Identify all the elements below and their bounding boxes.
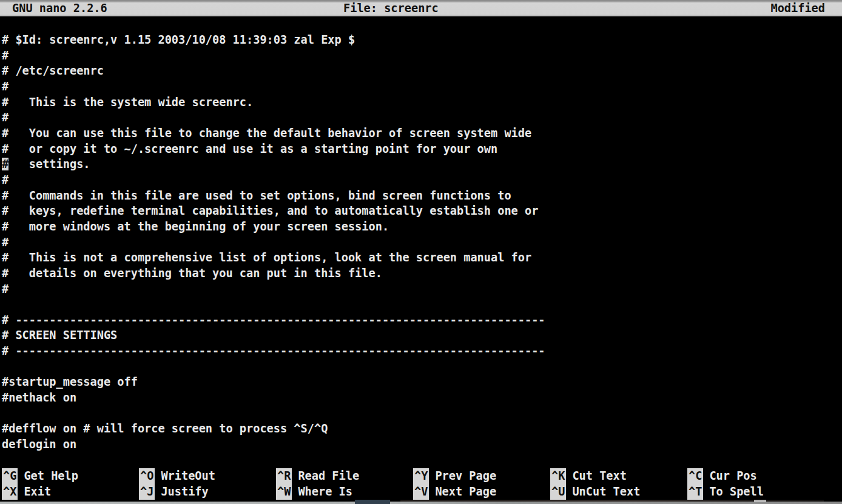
editor-line[interactable]: # keys, redefine terminal capabilities, … (0, 203, 842, 219)
editor-line[interactable]: # (0, 281, 842, 297)
shortcut-key-badge: ^U (550, 484, 566, 500)
editor-line[interactable] (0, 297, 842, 312)
editor-line[interactable]: # /etc/screenrc (0, 63, 842, 79)
editor-line[interactable]: # This is the system wide screenrc. (0, 95, 842, 110)
shortcut-key-badge: ^W (276, 484, 292, 500)
shortcut-label: To Spell (709, 485, 764, 498)
shortcut-get-help[interactable]: ^GGet Help (2, 468, 139, 484)
background-blue-element (355, 500, 390, 504)
editor-line[interactable]: # This is not a comprehensive list of op… (0, 250, 842, 266)
editor-line[interactable] (0, 406, 842, 422)
shortcut-label: Where Is (298, 485, 352, 498)
shortcut-key-badge: ^G (2, 468, 18, 484)
editor-line[interactable]: deflogin on (0, 437, 842, 452)
editor-line[interactable]: #startup_message off (0, 374, 842, 390)
editor-line[interactable]: # $Id: screenrc,v 1.15 2003/10/08 11:39:… (0, 32, 842, 48)
editor-line[interactable]: # You can use this file to change the de… (0, 126, 842, 141)
terminal-window: GNU nano 2.2.6 File: screenrc Modified #… (0, 0, 842, 504)
text-cursor: # (2, 158, 8, 170)
editor-line[interactable]: # (0, 235, 842, 250)
editor-area[interactable]: # $Id: screenrc,v 1.15 2003/10/08 11:39:… (0, 16, 842, 468)
shortcut-row: ^GGet Help^OWriteOut^RRead File^YPrev Pa… (0, 468, 842, 484)
shortcut-prev-page[interactable]: ^YPrev Page (413, 468, 550, 484)
editor-line[interactable]: # (0, 172, 842, 188)
shortcut-row: ^XExit^JJustify^WWhere Is^VNext Page^UUn… (0, 484, 842, 500)
shortcut-label: Cur Pos (709, 469, 756, 482)
shortcut-cur-pos[interactable]: ^CCur Pos (687, 468, 824, 484)
background-light-element (754, 500, 766, 502)
editor-line[interactable]: #nethack on (0, 390, 842, 406)
shortcut-read-file[interactable]: ^RRead File (276, 468, 413, 484)
shortcut-next-page[interactable]: ^VNext Page (413, 484, 550, 500)
editor-line[interactable]: # --------------------------------------… (0, 343, 842, 359)
shortcut-key-badge: ^R (276, 468, 292, 484)
background-window-sliver (0, 500, 842, 504)
shortcut-exit[interactable]: ^XExit (2, 484, 139, 500)
shortcut-label: UnCut Text (572, 485, 640, 498)
shortcut-label: Prev Page (435, 469, 496, 482)
editor-line[interactable]: # (0, 110, 842, 126)
shortcut-writeout[interactable]: ^OWriteOut (139, 468, 276, 484)
editor-line[interactable]: # SCREEN SETTINGS (0, 328, 842, 343)
editor-line[interactable]: # Commands in this file are used to set … (0, 188, 842, 204)
editor-line[interactable]: #defflow on # will force screen to proce… (0, 421, 842, 437)
shortcut-cut-text[interactable]: ^KCut Text (550, 468, 687, 484)
shortcut-key-badge: ^V (413, 484, 429, 500)
app-version-label: GNU nano 2.2.6 (12, 1, 107, 16)
shortcut-label: Read File (298, 469, 359, 482)
modified-status: Modified (770, 1, 825, 16)
shortcut-key-badge: ^C (687, 468, 703, 484)
background-window-edge (0, 502, 842, 504)
shortcut-bar: ^GGet Help^OWriteOut^RRead File^YPrev Pa… (0, 468, 842, 500)
shortcut-key-badge: ^J (139, 484, 155, 500)
editor-line[interactable]: # or copy it to ~/.screenrc and use it a… (0, 141, 842, 157)
editor-line[interactable]: # (0, 79, 842, 95)
shortcut-uncut-text[interactable]: ^UUnCut Text (550, 484, 687, 500)
shortcut-justify[interactable]: ^JJustify (139, 484, 276, 500)
shortcut-label: Exit (24, 485, 51, 498)
shortcut-key-badge: ^Y (413, 468, 429, 484)
shortcut-where-is[interactable]: ^WWhere Is (276, 484, 413, 500)
nano-titlebar: GNU nano 2.2.6 File: screenrc Modified (0, 0, 842, 16)
editor-line[interactable] (0, 359, 842, 375)
shortcut-label: Justify (161, 485, 208, 498)
shortcut-key-badge: ^K (550, 468, 566, 484)
file-name-label: File: screenrc (343, 1, 439, 16)
shortcut-key-badge: ^X (2, 484, 18, 500)
editor-line[interactable]: # details on everything that you can put… (0, 266, 842, 281)
shortcut-key-badge: ^O (139, 468, 155, 484)
shortcut-label: Next Page (435, 485, 496, 498)
editor-line[interactable]: # --------------------------------------… (0, 312, 842, 328)
shortcut-label: WriteOut (161, 469, 215, 482)
shortcut-label: Cut Text (572, 469, 627, 482)
shortcut-key-badge: ^T (687, 484, 703, 500)
shortcut-to-spell[interactable]: ^TTo Spell (687, 484, 824, 500)
editor-line[interactable]: # settings. (0, 156, 842, 172)
editor-line[interactable]: # more windows at the beginning of your … (0, 219, 842, 235)
editor-line[interactable]: # (0, 48, 842, 64)
shortcut-label: Get Help (24, 469, 78, 482)
